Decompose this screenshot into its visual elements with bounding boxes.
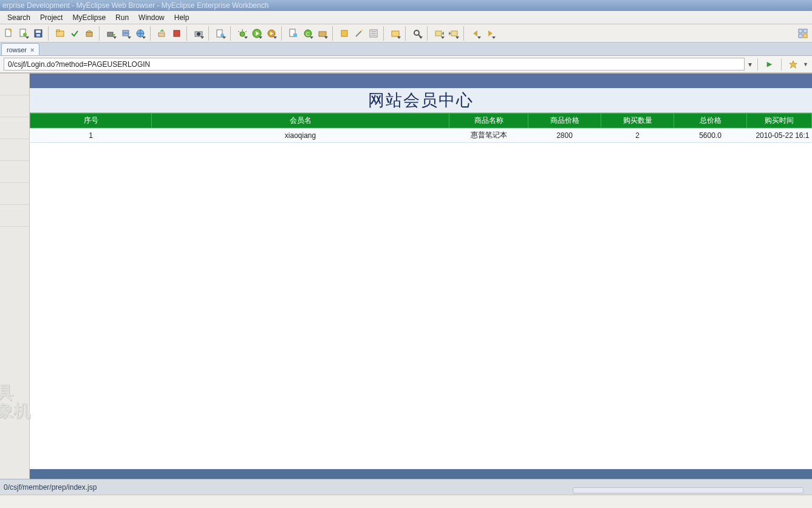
menu-myeclipse[interactable]: MyEclipse: [67, 12, 111, 23]
col-seq-header: 序号: [30, 114, 152, 128]
svg-rect-6: [36, 34, 40, 36]
search-icon[interactable]: [411, 27, 424, 40]
run-last-icon[interactable]: [265, 27, 278, 40]
main-toolbar: C: [0, 24, 812, 43]
svg-rect-18: [174, 30, 180, 36]
browser-icon[interactable]: [134, 27, 147, 40]
gutter-slot: [0, 117, 29, 139]
separator: [781, 58, 782, 70]
favorites-icon[interactable]: [787, 58, 799, 70]
launch-jsp-icon[interactable]: [214, 27, 227, 40]
table-row[interactable]: 1 xiaoqiang 惠普笔记本 2800 2 5600.0 2010-05-…: [30, 128, 812, 143]
svg-rect-52: [799, 29, 802, 33]
url-input[interactable]: [4, 58, 745, 70]
svg-rect-13: [123, 30, 129, 33]
col-member-header: 会员名: [152, 114, 449, 128]
svg-rect-9: [86, 32, 92, 36]
window-title: erprise Development - MyEclipse Web Brow…: [2, 1, 268, 10]
forward-icon[interactable]: [483, 27, 497, 40]
svg-marker-17: [160, 29, 165, 32]
svg-marker-51: [488, 30, 493, 36]
wand-icon[interactable]: [352, 27, 366, 40]
back-icon[interactable]: [469, 27, 482, 40]
menu-project[interactable]: Project: [35, 12, 67, 23]
svg-point-44: [414, 30, 419, 35]
package-icon[interactable]: [83, 27, 96, 40]
col-time-header: 购买时间: [747, 114, 812, 128]
svg-rect-55: [803, 34, 807, 38]
window-titlebar: erprise Development - MyEclipse Web Brow…: [0, 0, 812, 11]
menu-search[interactable]: Search: [2, 12, 35, 23]
toolbar-separator: [48, 26, 50, 41]
toolbar-separator: [150, 26, 152, 41]
toolbar-separator: [405, 26, 408, 41]
svg-rect-53: [803, 29, 807, 33]
col-qty-header: 购买数量: [601, 114, 674, 128]
run-icon[interactable]: [250, 27, 264, 40]
menu-help[interactable]: Help: [169, 12, 194, 23]
favorites-dropdown-icon[interactable]: ▼: [803, 61, 808, 67]
new-class-icon[interactable]: C: [301, 27, 315, 40]
open-type-icon[interactable]: [53, 27, 67, 40]
left-gutter: [0, 74, 30, 479]
gutter-slot: [0, 139, 29, 161]
apply-icon[interactable]: [68, 27, 81, 40]
close-icon[interactable]: ×: [30, 46, 34, 53]
svg-point-20: [197, 32, 200, 36]
page-title: 网站会员中心: [30, 88, 812, 112]
annotation-prev-icon[interactable]: [432, 27, 446, 40]
go-icon[interactable]: [763, 58, 776, 70]
new-icon[interactable]: [2, 27, 16, 40]
svg-line-25: [238, 31, 239, 32]
svg-rect-46: [435, 31, 442, 36]
col-product-header: 商品名称: [449, 114, 528, 128]
gutter-slot: [0, 95, 29, 117]
open-resource-icon[interactable]: [389, 27, 402, 40]
toolbar-separator: [186, 26, 189, 41]
cell-member: xiaoqiang: [152, 128, 449, 143]
svg-line-26: [245, 31, 247, 32]
save-icon[interactable]: [32, 27, 45, 40]
camera-icon[interactable]: [192, 27, 205, 40]
gutter-slot: [0, 183, 29, 205]
svg-rect-16: [159, 33, 165, 36]
annotation-next-icon[interactable]: [447, 27, 460, 40]
stop-icon[interactable]: [170, 27, 183, 40]
toolbar-separator: [281, 26, 284, 41]
perspective-switch-icon[interactable]: [796, 27, 810, 40]
new-jsp-icon[interactable]: [287, 27, 300, 40]
progress-bar: [573, 487, 803, 493]
server-icon[interactable]: [119, 27, 132, 40]
svg-marker-57: [790, 60, 797, 67]
orders-table: 序号 会员名 商品名称 商品价格 购买数量 总价格 购买时间 1 xiaoqia…: [30, 113, 812, 143]
svg-rect-5: [36, 30, 41, 33]
gutter-slot: [0, 161, 29, 183]
deploy-icon[interactable]: [104, 27, 118, 40]
outline-icon[interactable]: [367, 27, 380, 40]
gutter-slot: [0, 74, 29, 95]
svg-point-3: [23, 33, 27, 36]
ant-icon[interactable]: [338, 27, 351, 40]
svg-point-38: [361, 29, 363, 32]
gutter-slot: [0, 205, 29, 227]
menu-window[interactable]: Window: [134, 12, 169, 23]
tab-browser[interactable]: rowser ×: [1, 43, 39, 55]
svg-marker-12: [113, 34, 115, 36]
cell-total: 5600.0: [674, 128, 747, 143]
new-package-icon[interactable]: [316, 27, 329, 40]
debug-icon[interactable]: [236, 27, 249, 40]
import-icon[interactable]: [155, 27, 169, 40]
toolbar-separator: [230, 26, 233, 41]
svg-rect-14: [123, 33, 129, 36]
menu-run[interactable]: Run: [111, 12, 134, 23]
svg-rect-11: [107, 32, 113, 36]
table-header-row: 序号 会员名 商品名称 商品价格 购买数量 总价格 购买时间: [30, 114, 812, 128]
toolbar-separator: [208, 26, 211, 41]
url-dropdown-icon[interactable]: ▾: [748, 60, 752, 69]
new-dropdown-icon[interactable]: [17, 27, 30, 40]
cell-price: 2800: [528, 128, 601, 143]
separator: [757, 58, 758, 70]
svg-line-37: [356, 30, 362, 36]
status-text: 0/csjf/member/prep/index.jsp: [4, 483, 97, 492]
toolbar-separator: [427, 26, 429, 41]
